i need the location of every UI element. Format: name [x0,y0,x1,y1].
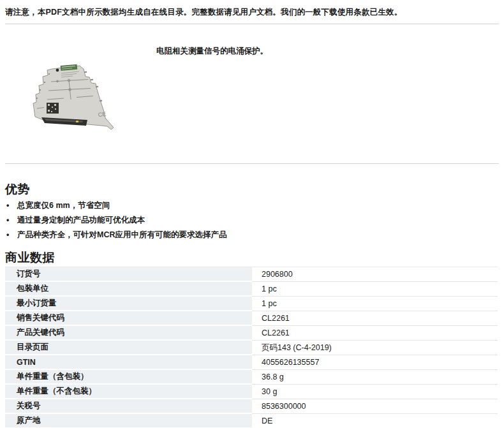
row-value: DE [252,414,498,428]
row-label: 产品关键代码 [5,326,252,341]
row-label: 订货号 [5,267,252,282]
ce-mark-icon: CE [98,111,106,118]
advantages-title: 优势 [5,181,30,198]
product-description: 电阻相关测量信号的电涌保护。 [156,46,268,57]
advantages-list: • 总宽度仅6 mm，节省空间 • 通过量身定制的产品功能可优化成本 • 产品种… [6,198,226,242]
table-row: 原产地 DE [5,414,498,428]
qr-code [47,103,59,114]
row-label: 包装单位 [5,282,252,297]
table-row: 产品关键代码 CL2261 [5,326,498,341]
table-row: 关税号 8536300000 [5,399,498,414]
row-label: 单件重量（含包装） [5,370,252,385]
list-item: • 总宽度仅6 mm，节省空间 [6,198,226,213]
bullet-icon: • [6,228,9,242]
row-value: CL2261 [252,326,498,341]
row-value: 页码143 (C-4-2019) [252,341,498,355]
product-photo: CE [32,63,121,137]
row-label: 销售关键代码 [5,311,252,326]
divider-middle [5,163,499,164]
list-item-text: 产品种类齐全，可针对MCR应用中所有可能的要求选择产品 [17,230,226,239]
table-row: 最小订货量 1 pc [5,297,498,311]
bullet-icon: • [6,213,9,228]
row-value: CL2261 [252,311,498,326]
row-label: 单件重量（不含包装） [5,385,252,399]
table-row: 订货号 2906800 [5,267,498,282]
row-label: 最小订货量 [5,297,252,311]
list-item-text: 总宽度仅6 mm，节省空间 [17,201,110,210]
list-item: • 通过量身定制的产品功能可优化成本 [6,213,226,228]
list-item-text: 通过量身定制的产品功能可优化成本 [17,216,145,225]
pdf-notice-text: 请注意，本PDF文档中所示数据均生成自在线目录。完整数据请见用户文档。我们的一般… [5,7,499,18]
row-value: 8536300000 [252,399,498,414]
table-row: 销售关键代码 CL2261 [5,311,498,326]
table-row: 包装单位 1 pc [5,282,498,297]
row-label: 目录页面 [5,341,252,355]
row-label: GTIN [5,355,252,370]
table-row: GTIN 4055626135557 [5,355,498,370]
list-item: • 产品种类齐全，可针对MCR应用中所有可能的要求选择产品 [6,228,226,242]
table-row: 目录页面 页码143 (C-4-2019) [5,341,498,355]
row-value: 2906800 [252,267,498,282]
row-value: 30 g [252,385,498,399]
commercial-data-table: 订货号 2906800 包装单位 1 pc 最小订货量 1 pc 销售关键代码 … [5,267,498,428]
row-value: 1 pc [252,282,498,297]
divider-top [5,24,499,24]
bullet-icon: • [6,198,9,213]
row-label: 关税号 [5,399,252,414]
latch-accent [76,121,78,122]
row-label: 原产地 [5,414,252,428]
row-value: 1 pc [252,297,498,311]
row-value: 4055626135557 [252,355,498,370]
row-value: 36.8 g [252,370,498,385]
table-row: 单件重量（不含包装） 30 g [5,385,498,399]
commercial-data-title: 商业数据 [5,249,55,266]
table-row: 单件重量（含包装） 36.8 g [5,370,498,385]
mount-hole [56,69,59,72]
